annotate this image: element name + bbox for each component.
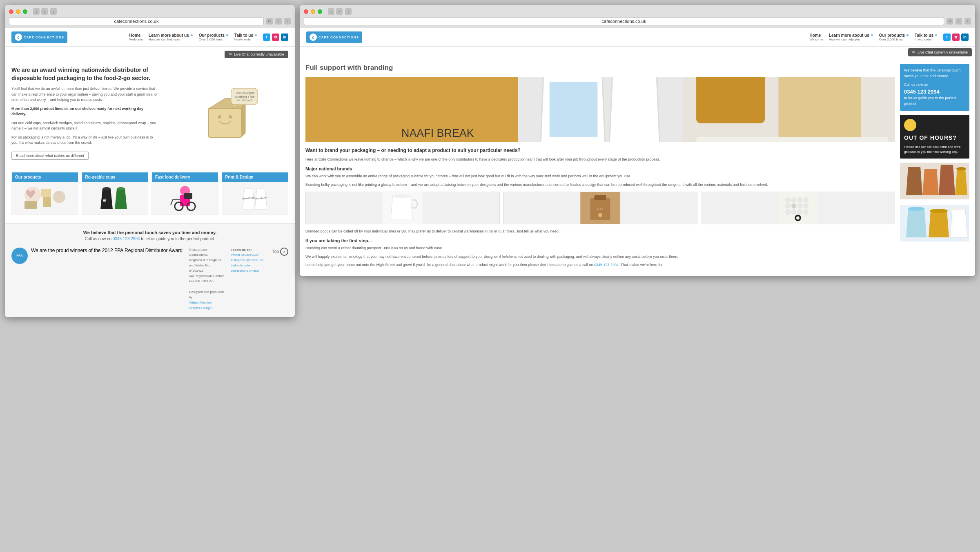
svg-point-10: [53, 191, 65, 203]
maximize-button[interactable]: [23, 9, 27, 14]
thumb-bag: EAT: [503, 192, 697, 224]
nav-home-label: Home: [129, 33, 141, 38]
h3-first-step: If you are taking the first step...: [305, 238, 895, 243]
nav-home[interactable]: Home Welcome: [129, 33, 143, 41]
nav-learn-r[interactable]: Learn more about us ⊕ How we can help yo…: [829, 33, 873, 41]
thumb-bag-svg: EAT: [503, 192, 697, 224]
product-card-delivery[interactable]: Fast food delivery: [151, 172, 218, 215]
sidebar-image-card-1: [900, 163, 969, 201]
close-button-r[interactable]: [304, 9, 308, 14]
forward-button-r[interactable]: ›: [336, 8, 343, 15]
footer-cta: Call us now on 0345 123 2994 to let us g…: [11, 237, 288, 241]
p4: Branding can seem a rather daunting pros…: [305, 245, 895, 251]
p6: Let us help you get your name out onto t…: [305, 262, 895, 268]
nav-home-r[interactable]: Home Welcome: [810, 33, 823, 41]
svg-point-43: [791, 198, 796, 203]
minimize-button-r[interactable]: [311, 9, 315, 14]
nav-products[interactable]: Our products ⊕ Over 2,000 lines: [199, 33, 229, 41]
svg-rect-32: [696, 137, 888, 142]
designer-link[interactable]: William Redfern Graphic Design: [189, 300, 224, 311]
linkedin-icon[interactable]: in: [281, 34, 288, 41]
svg-rect-29: [696, 77, 765, 123]
footer-phone[interactable]: 0345 123 2994: [113, 237, 140, 241]
bookmark-icon-r[interactable]: +: [964, 18, 971, 25]
products-illustration: [20, 183, 69, 213]
twitter-icon-r[interactable]: t: [943, 34, 951, 41]
share-icon[interactable]: ↑: [275, 18, 282, 25]
hero-text: We are an award winning nationwide distr…: [11, 66, 159, 160]
ooh-logo-circle: [904, 119, 916, 131]
svg-rect-0: [209, 109, 241, 137]
product-card-print[interactable]: Print & Design MONMOUTH MONMOUTH: [222, 172, 289, 215]
top-label: Top: [272, 249, 279, 254]
instagram-icon-r[interactable]: ✿: [952, 34, 960, 41]
left-main-nav: Home Welcome Learn more about us ⊕ How w…: [129, 33, 288, 41]
nav-products-sub-r: Over 2,000 lines: [879, 38, 903, 41]
reload-icon[interactable]: ↺: [266, 18, 273, 25]
sidebar-right: We believe that the personal touch saves…: [900, 64, 969, 270]
logo-box[interactable]: c CAFÉ CONNECTIONS: [11, 31, 67, 43]
left-site-header: c CAFÉ CONNECTIONS Home Welcome Learn mo…: [5, 28, 295, 47]
product-card-cups[interactable]: Re-usable cups ☕: [82, 172, 149, 215]
fpa-badge: FPA: [11, 248, 28, 264]
products-grid: Our products: [11, 172, 288, 215]
back-button[interactable]: ‹: [33, 8, 40, 15]
linkedin-icon-r[interactable]: in: [961, 34, 969, 41]
chat-icon: ✉: [229, 52, 232, 56]
svg-rect-9: [43, 197, 51, 207]
nav-products-sub: Over 2,000 lines: [199, 38, 223, 41]
svg-point-51: [791, 210, 796, 215]
download-icon-r: ↓: [345, 8, 352, 15]
social-icons-right: t ✿ in: [943, 34, 969, 41]
twitter-icon[interactable]: t: [263, 34, 270, 41]
instagram-link[interactable]: Instagram @CafeCLtd: [231, 258, 266, 263]
sidebar-call-card: We believe that the personal touch saves…: [900, 64, 969, 111]
company-info: © 2018 Café Connections.Registered in En…: [189, 248, 224, 284]
forward-button[interactable]: ›: [41, 8, 48, 15]
svg-rect-19: [184, 193, 192, 199]
sidebar-image-card-2: [900, 205, 969, 243]
svg-point-50: [786, 210, 791, 215]
svg-point-59: [908, 207, 924, 211]
minimize-button[interactable]: [16, 9, 20, 14]
download-icon: ↓: [50, 8, 57, 15]
linkedin-link[interactable]: LinkedIn cafe-connections-limited: [231, 263, 266, 274]
left-logo[interactable]: c CAFÉ CONNECTIONS: [11, 31, 67, 43]
close-button[interactable]: [9, 9, 13, 14]
hero-mascot-area: Hello, looking for something a little bi…: [165, 66, 288, 160]
reload-icon-r[interactable]: ↺: [947, 18, 953, 25]
read-more-button[interactable]: Read more about what makes us different: [11, 152, 89, 160]
nav-talk-r[interactable]: Talk to us ⊕ howto order: [915, 33, 938, 41]
right-site-content: c CAFÉ CONNECTIONS Home Welcome Learn mo…: [300, 28, 975, 276]
branding-hero-image: GREAT TASTE... NAAFI: [305, 77, 895, 142]
top-button[interactable]: Top ∧: [272, 248, 288, 256]
instagram-icon[interactable]: ✿: [272, 34, 279, 41]
content-phone-link[interactable]: 0345 123 2994: [594, 263, 619, 267]
live-chat-banner-left[interactable]: ✉ Live Chat currently unavailable: [225, 51, 288, 58]
address-bar-left[interactable]: cafeconnections.co.uk: [9, 17, 264, 25]
branding-image-row: EAT: [305, 192, 895, 224]
svg-point-1: [218, 115, 221, 118]
svg-point-44: [797, 198, 802, 203]
nav-learn-label-r: Learn more about us: [829, 33, 869, 38]
maximize-button-r[interactable]: [318, 9, 322, 14]
sidebar-phone-number[interactable]: 0345 123 2994: [904, 88, 965, 96]
page-content-area: Full support with branding GREAT TASTE..…: [300, 58, 975, 276]
logo-box-r[interactable]: c CAFÉ CONNECTIONS: [306, 31, 362, 43]
intro-question: Want to brand your packaging – or needin…: [305, 147, 895, 154]
nav-learn[interactable]: Learn more about us ⊕ How we can help yo…: [149, 33, 193, 41]
nav-talk[interactable]: Talk to us ⊕ howto order: [234, 33, 257, 41]
nav-products-r[interactable]: Our products ⊕ Over 2,000 lines: [879, 33, 909, 41]
share-icon-r[interactable]: ↑: [956, 18, 962, 25]
p3: Branded goods can be called off by your …: [305, 228, 895, 234]
twitter-link[interactable]: Twitter @CafeCLtd: [231, 253, 266, 258]
nav-talk-label-r: Talk to us: [915, 33, 933, 38]
live-chat-banner-right[interactable]: ✉ Live Chat currently unavailable: [908, 48, 972, 56]
p1: We can work with you to assemble an enti…: [305, 173, 895, 179]
svg-point-40: [598, 213, 602, 217]
product-card-products[interactable]: Our products: [11, 172, 78, 215]
right-logo[interactable]: c CAFÉ CONNECTIONS: [306, 31, 362, 43]
back-button-r[interactable]: ‹: [328, 8, 334, 15]
bookmark-icon[interactable]: +: [284, 18, 291, 25]
address-bar-right[interactable]: cafeconnections.co.uk: [304, 17, 944, 25]
